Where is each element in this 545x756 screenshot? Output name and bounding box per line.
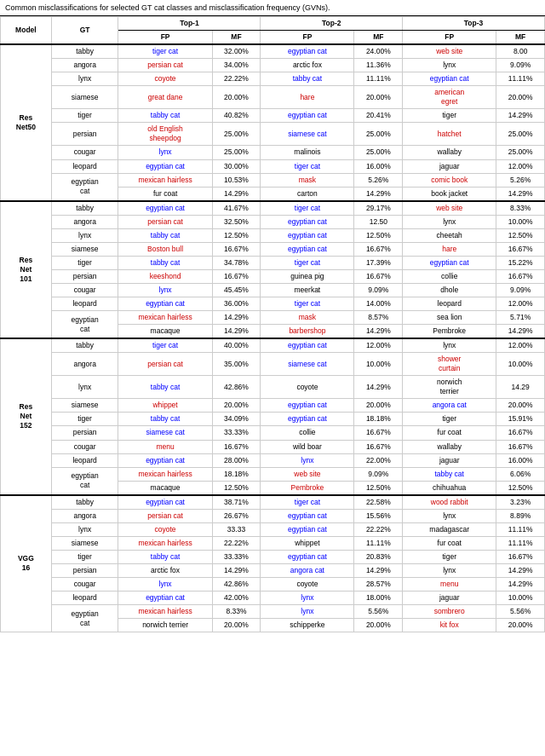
data-cell: dhole: [403, 283, 496, 297]
data-cell: 42.00%: [212, 592, 261, 605]
data-cell: menu: [403, 577, 496, 591]
data-cell: 8.33%: [212, 605, 261, 619]
data-cell: tiger cat: [261, 159, 354, 173]
gt-cell: leopard: [51, 297, 118, 310]
data-cell: 12.50: [354, 215, 403, 228]
data-cell: 16.67%: [496, 242, 545, 256]
data-cell: 16.67%: [354, 242, 403, 256]
data-cell: 12.00%: [496, 297, 545, 310]
data-cell: 29.17%: [354, 201, 403, 216]
data-cell: 12.50%: [354, 228, 403, 242]
data-cell: arctic fox: [261, 59, 354, 72]
data-cell: egyptian cat: [261, 109, 354, 123]
table-row: siamesegreat dane20.00%hare20.00%america…: [1, 86, 545, 109]
data-cell: 12.50%: [212, 228, 261, 242]
data-cell: 22.22%: [354, 522, 403, 536]
data-cell: 14.29%: [496, 325, 545, 339]
data-cell: 16.00%: [496, 453, 545, 467]
data-cell: coyote: [261, 577, 354, 591]
data-cell: mexican hairless: [118, 311, 212, 325]
table-row: tigertabby cat40.82%egyptian cat20.41%ti…: [1, 109, 545, 123]
data-cell: guinea pig: [261, 269, 354, 283]
gt-cell: cougar: [51, 440, 118, 453]
table-row: cougarmenu16.67%wild boar16.67%wallaby16…: [1, 440, 545, 453]
data-cell: 20.00%: [496, 86, 545, 109]
data-cell: hare: [261, 86, 354, 109]
data-cell: fur coat: [403, 536, 496, 550]
data-cell: 38.71%: [212, 495, 261, 510]
data-cell: angora cat: [261, 563, 354, 577]
table-row: tigertabby cat33.33%egyptian cat20.83%ti…: [1, 550, 545, 563]
table-row: Res Net 152tabbytiger cat40.00%egyptian …: [1, 338, 545, 353]
data-cell: tabby cat: [118, 376, 212, 399]
table-row: angorapersian cat35.00%siamese cat10.00%…: [1, 353, 545, 376]
gt-cell: egyptian cat: [51, 605, 118, 632]
data-cell: egyptian cat: [261, 338, 354, 353]
data-cell: lynx: [403, 215, 496, 228]
gt-cell: leopard: [51, 453, 118, 467]
gt-cell: lynx: [51, 522, 118, 536]
data-cell: mexican hairless: [118, 605, 212, 619]
data-cell: tiger: [403, 109, 496, 123]
data-cell: 32.00%: [212, 44, 261, 59]
data-cell: tabby cat: [261, 72, 354, 86]
data-cell: persian cat: [118, 215, 212, 228]
data-cell: 8.33%: [496, 201, 545, 216]
gt-cell: tiger: [51, 256, 118, 269]
data-cell: 12.50%: [496, 481, 545, 495]
gt-cell: persian: [51, 563, 118, 577]
data-cell: 9.09%: [354, 283, 403, 297]
data-cell: 22.00%: [354, 453, 403, 467]
table-row: persiankeeshond16.67%guinea pig16.67%col…: [1, 269, 545, 283]
header-row-1: Model GT Top-1 Top-2 Top-3: [1, 17, 545, 31]
data-cell: 14.29: [496, 376, 545, 399]
table-row: tigertabby cat34.78%tiger cat17.39%egypt…: [1, 256, 545, 269]
data-cell: 33.33%: [212, 550, 261, 563]
gt-cell: siamese: [51, 86, 118, 109]
gt-cell: angora: [51, 509, 118, 522]
data-cell: norwich terrier: [118, 619, 212, 632]
data-cell: 34.00%: [212, 59, 261, 72]
data-cell: 14.29%: [212, 325, 261, 339]
data-cell: madagascar: [403, 522, 496, 536]
data-cell: 14.29%: [354, 563, 403, 577]
top3-header: Top-3: [403, 17, 545, 31]
data-cell: 14.29%: [496, 187, 545, 201]
data-cell: whippet: [261, 536, 354, 550]
table-row: egyptian catmexican hairless14.29%mask8.…: [1, 311, 545, 325]
data-cell: coyote: [118, 72, 212, 86]
table-row: cougarlynx25.00%malinois25.00%wallaby25.…: [1, 146, 545, 159]
data-cell: macaque: [118, 325, 212, 339]
data-cell: 14.29%: [212, 187, 261, 201]
data-cell: web site: [403, 201, 496, 216]
data-cell: egyptian cat: [261, 242, 354, 256]
model-header: Model: [1, 17, 52, 45]
table-row: VGG 16tabbyegyptian cat38.71%tiger cat22…: [1, 495, 545, 510]
data-cell: Boston bull: [118, 242, 212, 256]
data-cell: 30.00%: [212, 159, 261, 173]
data-cell: collie: [403, 269, 496, 283]
gt-header: GT: [51, 17, 118, 45]
data-cell: 20.00%: [354, 86, 403, 109]
data-cell: 16.67%: [496, 426, 545, 440]
table-row: persiansiamese cat33.33%collie16.67%fur …: [1, 426, 545, 440]
model-cell: VGG 16: [1, 495, 52, 632]
data-cell: 20.00%: [496, 399, 545, 413]
data-cell: tabby cat: [118, 109, 212, 123]
data-cell: lynx: [118, 146, 212, 159]
data-cell: 45.45%: [212, 283, 261, 297]
data-cell: leopard: [403, 297, 496, 310]
data-cell: 16.67%: [496, 550, 545, 563]
data-cell: jaguar: [403, 592, 496, 605]
data-cell: 12.50%: [212, 481, 261, 495]
data-cell: egyptian cat: [261, 509, 354, 522]
data-cell: 9.09%: [496, 59, 545, 72]
data-cell: 16.67%: [354, 269, 403, 283]
data-cell: 9.09%: [496, 283, 545, 297]
data-cell: 16.67%: [496, 440, 545, 453]
gt-cell: tabby: [51, 338, 118, 353]
data-cell: egyptian cat: [261, 228, 354, 242]
data-cell: 11.11%: [496, 536, 545, 550]
data-cell: 14.29%: [354, 376, 403, 399]
data-cell: 5.26%: [354, 173, 403, 187]
